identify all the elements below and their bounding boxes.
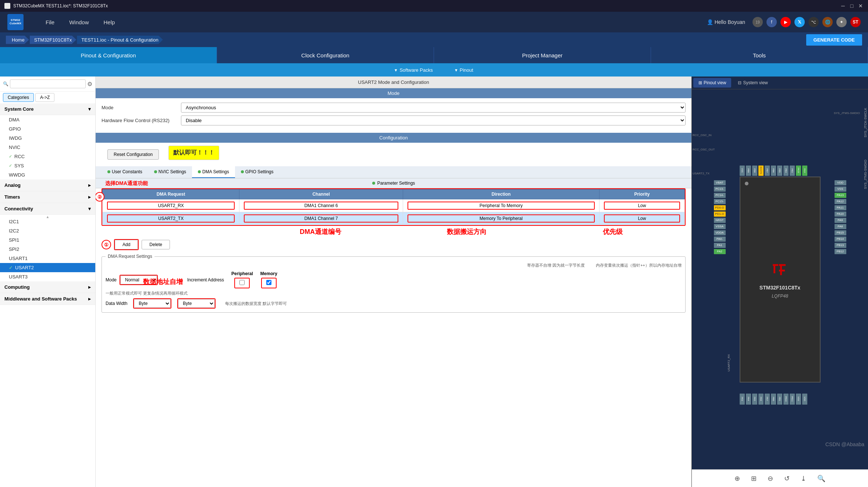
category-system-core[interactable]: System Core ▾ (0, 103, 95, 115)
sidebar-item-sys[interactable]: SYS (0, 161, 95, 170)
tab-project[interactable]: Project Manager (434, 47, 651, 63)
middle-panel: USART2 Mode and Configuration Mode Mode … (96, 77, 691, 487)
tab-parameter-settings[interactable]: Parameter Settings (96, 178, 691, 188)
hw-flow-label: Hardware Flow Control (RS232) (102, 118, 175, 123)
right-panel-tabs: ⊞ Pinout view ⊟ System view (692, 77, 868, 89)
sidebar-item-dma[interactable]: DMA (0, 115, 95, 124)
search-input[interactable] (10, 79, 86, 88)
pin-pa14: PA14 (802, 166, 807, 176)
request-cell-2: USART2_TX (103, 212, 239, 225)
dma-actions: ① Add Delete (96, 239, 691, 250)
connectivity-label: Connectivity (4, 206, 33, 211)
add-button[interactable]: Add (115, 240, 138, 249)
sidebar-item-i2c1[interactable]: I2C1 (0, 217, 95, 226)
breadcrumb-device[interactable]: STM32F101C8Tx (30, 36, 77, 44)
category-connectivity[interactable]: Connectivity ▾ (0, 203, 95, 215)
delete-button[interactable]: Delete (142, 240, 170, 249)
reset-config-button[interactable]: Reset Configuration (107, 149, 159, 160)
social-icon-twitter[interactable]: 𝕏 (794, 17, 805, 27)
zoom-out-button[interactable]: ⊖ (768, 474, 773, 483)
settings-icon[interactable]: ⚙ (87, 81, 92, 88)
social-icons: 19 f ▶ 𝕏 ⌥ 🌐 ✦ ST (753, 17, 861, 27)
menu-help[interactable]: Help (104, 19, 115, 25)
software-packs-item[interactable]: ▾ Software Packs (395, 67, 433, 73)
peripheral-data-width-select[interactable]: Byte Half Word Word (134, 299, 171, 308)
peripheral-checkbox[interactable] (239, 280, 245, 285)
generate-code-button[interactable]: GENERATE CODE (806, 34, 862, 46)
minimize-button[interactable]: ─ (840, 3, 846, 9)
tab-pinout-view[interactable]: ⊞ Pinout view (693, 78, 731, 88)
sidebar-item-usart2[interactable]: ✓ USART2 (0, 263, 95, 272)
channel-cell-2: DMA1 Channel 7 (239, 212, 403, 225)
sidebar-item-wwdg[interactable]: WWDG (0, 170, 95, 179)
middleware-label: Middleware and Software Packs (4, 296, 77, 302)
chip-body: STM32F101C8Tx LQFP48 (740, 177, 821, 383)
tab-system-view[interactable]: ⊟ System view (733, 78, 773, 88)
sidebar-item-nvic[interactable]: NVIC (0, 143, 95, 152)
table-row[interactable]: USART2_RX DMA1 Channel 6 (103, 199, 685, 212)
sidebar-item-iwdg[interactable]: IWDG (0, 134, 95, 143)
tab-user-constants[interactable]: User Constants (102, 166, 148, 178)
direction-annotation: 数据搬运方向 (447, 228, 487, 235)
dot-user-constants (107, 170, 110, 173)
tab-az[interactable]: A->Z (35, 93, 54, 102)
sidebar-item-spi2[interactable]: SPI2 (0, 245, 95, 254)
maximize-button[interactable]: □ (849, 3, 855, 9)
hw-flow-select[interactable]: Disable (181, 115, 686, 125)
pin-pc14: PC14- (714, 193, 726, 198)
zoom-select-button[interactable]: 🔍 (817, 474, 825, 483)
tab-pinout[interactable]: Pinout & Configuration (0, 47, 217, 63)
breadcrumb-home[interactable]: Home (6, 36, 29, 44)
sidebar-item-gpio[interactable]: GPIO (0, 124, 95, 134)
social-icon-facebook[interactable]: f (766, 17, 777, 27)
user-greeting: 👤 Hello Boyuan (707, 19, 745, 25)
pin-pb12: PB12 (835, 249, 846, 254)
tab-categories[interactable]: Categories (3, 93, 34, 102)
fit-button[interactable]: ⊞ (751, 474, 757, 483)
social-icon-st2[interactable]: ST (850, 17, 861, 27)
chip-area: SYS_JTCK-SWCLK SYS_JTMS-SWDIO RCC_OSC_IN… (692, 89, 868, 469)
category-timers[interactable]: Timers ▸ (0, 191, 95, 203)
social-icon-github[interactable]: ⌥ (808, 17, 819, 27)
category-analog[interactable]: Analog ▸ (0, 179, 95, 191)
export-button[interactable]: ⤓ (801, 474, 806, 483)
table-row[interactable]: USART2_TX DMA1 Channel 7 (103, 212, 685, 225)
category-middleware[interactable]: Middleware and Software Packs ▸ (0, 293, 95, 305)
direction-box-2: Memory To Peripheral (408, 214, 595, 223)
breadcrumb-project[interactable]: TEST11.ioc - Pinout & Configuration (77, 36, 163, 44)
social-icon-1[interactable]: 19 (753, 17, 763, 27)
select-dma-annotation: 选择DMA通道功能 (105, 180, 148, 187)
main-layout: 🔍 ⚙ Categories A->Z System Core ▾ DMA GP… (0, 77, 868, 487)
left-labels: RCC_OSC_IN RCC_OSC_OUT USART2_TX (693, 134, 715, 175)
close-button[interactable]: ✕ (858, 3, 864, 9)
sidebar-item-usart1[interactable]: USART1 (0, 254, 95, 263)
pin-vdd2: VDD (802, 394, 807, 405)
tab-nvic-settings[interactable]: NVIC Settings (148, 166, 192, 178)
col-direction: Direction (403, 189, 599, 199)
zoom-in-button[interactable]: ⊕ (734, 474, 740, 483)
tab-gpio-settings[interactable]: GPIO Settings (235, 166, 280, 178)
menu-window[interactable]: Window (69, 19, 89, 25)
tab-tools[interactable]: Tools (651, 47, 868, 63)
mode-select[interactable]: Asynchronous (181, 103, 686, 113)
pin-pb5: PB5 (777, 166, 782, 176)
social-icon-youtube[interactable]: ▶ (780, 17, 791, 27)
pinout-item[interactable]: ▾ Pinout (455, 67, 473, 73)
memory-checkbox[interactable] (266, 280, 271, 285)
social-icon-st1[interactable]: ✦ (836, 17, 847, 27)
sidebar-item-rcc[interactable]: RCC (0, 152, 95, 161)
reset-view-button[interactable]: ↺ (784, 474, 790, 483)
reg-no-inc-annotation: 寄存器不自增 因为就一字节长度 (527, 263, 585, 268)
dot-gpio (241, 170, 244, 173)
sidebar-item-spi1[interactable]: SPI1 (0, 235, 95, 245)
sidebar-item-i2c2[interactable]: I2C2 (0, 226, 95, 235)
vertical-label-2: SYS_JTMS-SWDIO (864, 160, 867, 189)
menu-file[interactable]: File (46, 19, 54, 25)
memory-data-width-select[interactable]: Byte Half Word Word (178, 299, 215, 308)
category-computing[interactable]: Computing ▸ (0, 281, 95, 293)
social-icon-web[interactable]: 🌐 (822, 17, 833, 27)
sidebar-item-usart3[interactable]: USART3 (0, 272, 95, 281)
memory-label: Memory (260, 271, 277, 276)
tab-clock[interactable]: Clock Configuration (217, 47, 434, 63)
tab-dma-settings[interactable]: DMA Settings (192, 166, 235, 178)
